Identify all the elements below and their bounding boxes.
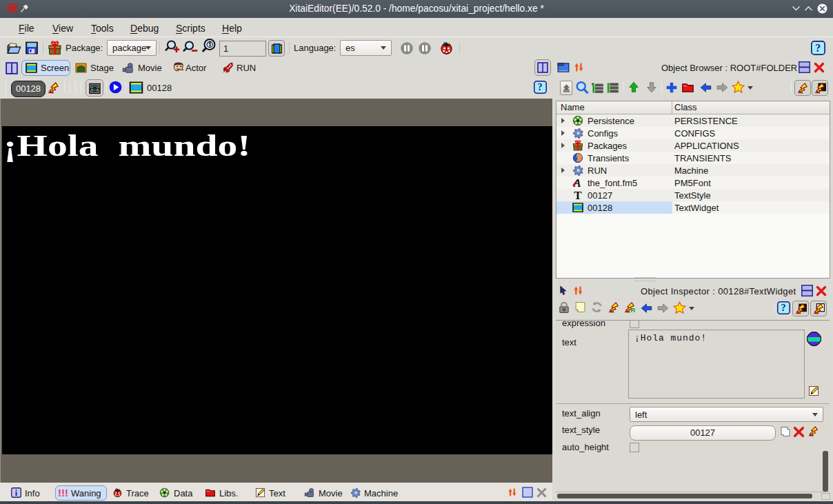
svg-text:R: R	[631, 306, 636, 314]
